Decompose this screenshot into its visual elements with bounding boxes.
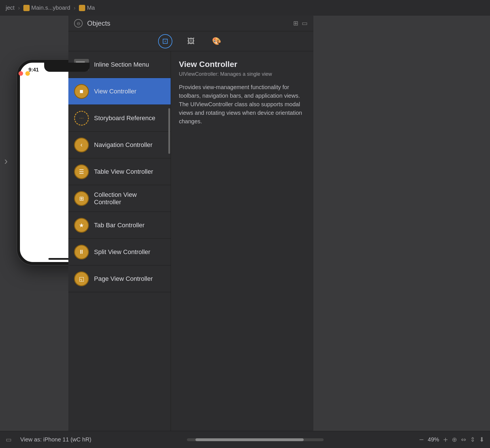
resize-icon[interactable]: ⇕ [470,436,475,443]
tab-bar-controller-icon: ★ [74,218,89,233]
objects-header: ⊖ Objects ⊞ ▭ [68,16,313,31]
navigation-controller-label: Navigation Controller [94,141,152,149]
objects-panel: ⊖ Objects ⊞ ▭ ⊡ 🖼 🎨 [68,16,313,431]
table-view-controller-icon: ☰ [74,164,89,179]
list-item-view-controller[interactable]: ■ View Controller [68,78,171,105]
bottom-center [97,438,414,441]
list-item-navigation-controller[interactable]: ‹ Navigation Controller [68,132,171,158]
list-item-page-view-controller[interactable]: ◱ Page View Controller [68,265,171,292]
zoom-percent-label: 49% [428,436,439,443]
controllers-tab-icon: ⊡ [162,37,168,46]
detail-pane: View Controller UIViewController: Manage… [171,51,313,431]
download-icon[interactable]: ⬇ [479,436,484,443]
table-view-controller-label: Table View Controller [94,168,153,175]
detail-title: View Controller [179,60,305,69]
grid-view-icon[interactable]: ⊞ [293,20,298,27]
list-scrollbar [168,108,170,154]
tab-bar-controller-label: Tab Bar Controller [94,222,144,229]
objects-panel-title: Objects [87,19,110,27]
view-as-label: View as: iPhone 11 (wC hR) [20,436,91,443]
breadcrumb-text: ject [6,5,15,11]
objects-list[interactable]: Inline Section Menu ■ View Controller ⋯ … [68,51,171,431]
window-icon[interactable]: ▭ [302,20,308,27]
list-item-tab-bar-controller[interactable]: ★ Tab Bar Controller [68,212,171,239]
fit-width-icon[interactable]: ⇔ [461,436,466,443]
breadcrumb-storyboard-text: Main.s...yboard [31,5,70,11]
bottom-right-controls: − 49% + ⊕ ⇔ ⇕ ⬇ [419,435,484,444]
tab-attributes[interactable]: 🎨 [209,34,224,48]
zoom-minus-button[interactable]: − [419,435,424,444]
collection-view-controller-icon: ⊞ [74,191,89,206]
tabs-row: ⊡ 🖼 🎨 [68,31,313,51]
breadcrumb-ma[interactable]: Ma [79,5,95,11]
navigation-controller-icon: ‹ [74,138,89,152]
iphone-notch [44,63,90,72]
breadcrumb-project[interactable]: ject [6,5,15,11]
detail-description: Provides view-management functionality f… [179,83,305,126]
header-actions: ⊞ ▭ [293,20,308,27]
media-tab-icon: 🖼 [187,37,195,46]
storyboard-reference-label: Storyboard Reference [94,114,155,122]
breadcrumb-storyboard[interactable]: Main.s...yboard [23,5,70,11]
detail-subtitle: UIViewController: Manages a single view [179,71,305,77]
list-item-table-view-controller[interactable]: ☰ Table View Controller [68,158,171,185]
storyboard-reference-icon: ⋯ [74,111,89,126]
tab-controllers[interactable]: ⊡ [158,34,172,48]
view-controller-label: View Controller [94,88,136,95]
tab-media[interactable]: 🖼 [184,34,198,48]
breadcrumb-sep-2: › [74,5,76,11]
iphone-time: 9:41 [28,67,39,73]
crop-icon[interactable]: ⊕ [452,436,457,443]
panel-body: Inline Section Menu ■ View Controller ⋯ … [68,51,313,431]
collection-view-controller-label: Collection View Controller [94,191,165,206]
ma-file-icon [79,5,85,11]
attributes-tab-icon: 🎨 [212,37,221,46]
split-view-controller-label: Split View Controller [94,248,150,256]
sidebar-toggle-icon[interactable]: ▭ [6,436,12,443]
bottom-toolbar: ▭ View as: iPhone 11 (wC hR) − 49% + ⊕ ⇔… [0,431,490,448]
breadcrumb-ma-text: Ma [87,5,95,11]
storyboard-file-icon [23,5,30,11]
canvas-area: 9:41 › ⊖ Objects ⊞ ▭ ⊡ [0,16,490,431]
arrow-right-icon: › [4,155,8,167]
split-view-controller-icon: ⏸ [74,245,89,259]
close-dot [19,71,23,76]
page-view-controller-icon: ◱ [74,271,89,286]
list-item-collection-view-controller[interactable]: ⊞ Collection View Controller [68,185,171,212]
breadcrumb-sep-1: › [18,5,20,11]
scrollbar-thumb [195,438,304,441]
list-item-storyboard-reference[interactable]: ⋯ Storyboard Reference [68,105,171,132]
list-item-split-view-controller[interactable]: ⏸ Split View Controller [68,239,171,265]
title-bar: ject › Main.s...yboard › Ma [0,0,490,16]
zoom-plus-button[interactable]: + [443,435,448,444]
page-view-controller-label: Page View Controller [94,275,153,283]
objects-panel-icon: ⊖ [74,19,83,28]
horizontal-scrollbar[interactable] [187,438,324,441]
view-controller-icon: ■ [74,84,89,99]
